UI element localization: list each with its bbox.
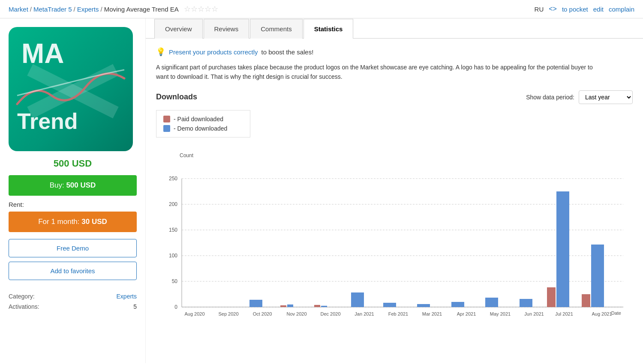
y-label-0: 0 [174,304,177,310]
share-icon[interactable]: <> [549,5,557,13]
x-label-feb2021: Feb 2021 [388,311,408,316]
to-pocket-link[interactable]: to pocket [562,6,588,13]
bar-nov2020-paid [280,305,286,307]
bar-feb2021-demo [383,303,396,307]
chart-legend: - Paid downloaded - Demo downloaded [156,110,250,137]
y-label-150: 150 [169,227,177,233]
x-label-may2021: May 2021 [490,311,511,316]
buy-price: 500 USD [66,181,96,189]
tab-comments[interactable]: Comments [250,19,303,39]
description-text: A significant part of purchases takes pl… [156,63,606,82]
x-label-aug2020: Aug 2020 [184,311,204,316]
breadcrumb-sep2: / [74,6,75,13]
downloads-chart: 0 50 100 150 200 250 Count [156,144,628,324]
y-label-50: 50 [172,278,178,284]
period-select[interactable]: Last year Last month All time [579,90,633,104]
language-toggle[interactable]: RU [535,6,544,13]
downloads-header: Downloads Show data period: Last year La… [156,90,633,104]
chart-container: 0 50 100 150 200 250 Count [156,144,633,324]
price-display: 500 USD [9,158,137,169]
downloads-title: Downloads [156,92,197,101]
bar-jan2021-demo [351,292,364,307]
bar-aug2021-paid [582,294,590,307]
tab-overview[interactable]: Overview [154,19,203,39]
bar-nov2020-demo [287,304,293,307]
breadcrumb-current: Moving Average Trend EA [104,6,179,13]
tip-link[interactable]: Present your products correctly [169,48,258,56]
activations-value: 5 [133,303,137,310]
bar-jul2021-demo [556,191,569,307]
tip-suffix: to boost the sales! [261,48,314,56]
tip-line: 💡 Present your products correctly to boo… [156,47,633,57]
activations-row: Activations: 5 [9,301,137,312]
bar-jun2021-demo [520,299,532,307]
x-label-nov2020: Nov 2020 [286,311,306,316]
buy-label: Buy: [50,181,66,189]
y-label-100: 100 [169,253,177,259]
buy-button[interactable]: Buy: 500 USD [9,175,137,196]
bar-dec2020-demo [321,306,327,307]
rating-stars[interactable]: ☆☆☆☆☆ [184,4,218,14]
add-favorites-button[interactable]: Add to favorites [9,262,137,280]
logo-ma-text: MA [21,40,64,67]
x-label-dec2020: Dec 2020 [320,311,340,316]
bar-mar2021-demo [417,304,430,307]
bar-oct2020-demo [249,300,262,307]
x-label-oct2020: Oct 2020 [253,311,272,316]
meta-info: Category: Experts Activations: 5 [9,291,137,312]
bar-apr2021-demo [451,302,464,307]
content-area: Overview Reviews Comments Statistics 💡 P… [146,18,643,363]
category-value[interactable]: Experts [117,293,137,300]
rent-month-label: For 1 month: [38,218,81,226]
breadcrumb: Market / MetaTrader 5 / Experts / Moving… [0,0,643,18]
y-axis-label: Count [180,152,194,158]
product-logo: MA Trend [9,27,133,151]
x-label-jun2021: Jun 2021 [524,311,544,316]
breadcrumb-experts[interactable]: Experts [77,6,99,13]
category-row: Category: Experts [9,291,137,301]
x-label-jan2021: Jan 2021 [355,311,374,316]
x-label-sep2020: Sep 2020 [218,311,238,316]
legend-paid-box [163,116,170,122]
free-demo-button[interactable]: Free Demo [9,239,137,257]
bar-dec2020-paid [314,305,320,307]
rent-button[interactable]: For 1 month: 30 USD [9,212,137,232]
legend-demo: - Demo downloaded [163,125,243,132]
edit-link[interactable]: edit [593,6,604,13]
bar-may2021-demo [485,298,498,307]
tab-reviews[interactable]: Reviews [204,19,249,39]
header-actions: RU <> to pocket edit complain [535,5,634,13]
x-axis-label: Date [611,310,621,316]
y-label-200: 200 [169,201,177,207]
period-label: Show data period: [526,94,574,101]
breadcrumb-sep1: / [30,6,32,13]
legend-paid-label: - Paid downloaded [174,116,223,122]
category-label: Category: [9,293,35,300]
breadcrumb-sep3: / [101,6,102,13]
x-label-aug2021: Aug 2021 [592,311,612,316]
x-label-mar2021: Mar 2021 [422,311,442,316]
period-selector: Show data period: Last year Last month A… [526,90,633,104]
sidebar: MA Trend 500 USD Buy: 500 USD Rent: For … [0,18,146,363]
breadcrumb-metatrader[interactable]: MetaTrader 5 [33,6,72,13]
legend-paid: - Paid downloaded [163,116,243,122]
main-layout: MA Trend 500 USD Buy: 500 USD Rent: For … [0,18,643,363]
rent-label: Rent: [9,201,137,208]
x-label-jul2021: Jul 2021 [555,311,573,316]
tip-icon: 💡 [156,47,165,57]
activations-label: Activations: [9,303,39,310]
y-label-250: 250 [169,176,177,182]
legend-demo-box [163,125,170,132]
breadcrumb-market[interactable]: Market [9,6,28,13]
logo-trend-text: Trend [17,108,78,134]
tab-statistics[interactable]: Statistics [303,19,354,39]
x-label-apr2021: Apr 2021 [457,311,476,316]
bar-aug2021-demo [591,245,604,307]
bar-jul2021-paid [547,287,556,307]
rent-month-price: 30 USD [81,218,107,226]
statistics-content: 💡 Present your products correctly to boo… [146,39,643,333]
complain-link[interactable]: complain [609,6,634,13]
tabs-bar: Overview Reviews Comments Statistics [146,18,643,39]
legend-demo-label: - Demo downloaded [174,125,227,132]
